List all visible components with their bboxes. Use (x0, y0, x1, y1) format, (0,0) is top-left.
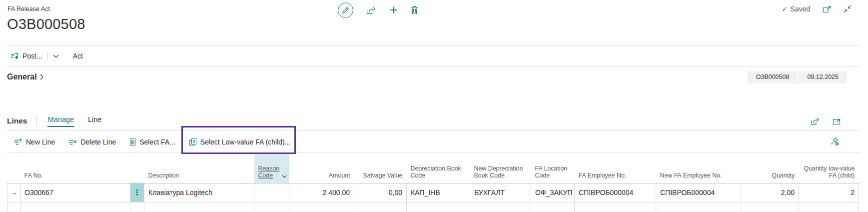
unpin-button[interactable] (831, 137, 839, 146)
header-status: ✓ Saved (782, 5, 852, 13)
general-row: General O3B000508 09.12.2025 (0, 66, 868, 88)
plus-icon: + (390, 5, 398, 15)
edit-button[interactable] (338, 2, 353, 18)
cell-amount[interactable]: 2 400,00 (289, 183, 354, 202)
post-label: Post... (22, 52, 42, 60)
select-fa-icon (129, 138, 136, 146)
copy-pages-icon (189, 138, 197, 146)
delete-button[interactable] (411, 6, 418, 14)
collapse-button[interactable] (844, 5, 852, 13)
act-button[interactable]: Act (73, 52, 83, 60)
general-label: General (7, 72, 37, 82)
general-summary: O3B000508 09.12.2025 (748, 71, 847, 84)
new-line-icon (14, 138, 22, 146)
col-quantity[interactable]: Quantity (741, 153, 799, 183)
cell-reason-code[interactable] (254, 183, 289, 202)
header-toolbar: + (338, 2, 418, 18)
new-line-button[interactable]: New Line (14, 138, 55, 146)
expand-icon (833, 118, 841, 125)
lines-title: Lines (7, 116, 27, 126)
post-split-chevron-button[interactable] (51, 54, 61, 59)
save-status: ✓ Saved (782, 5, 810, 13)
open-in-new-window-icon (823, 6, 831, 13)
cell-quantity[interactable]: 2,00 (741, 183, 799, 202)
chevron-down-icon (53, 54, 59, 58)
command-bar: Post... Act (0, 46, 868, 66)
cell-depreciation-book-code[interactable]: КАП_ІНВ (407, 183, 470, 202)
col-new-fa-employee-no[interactable]: New FA Employee No. (656, 153, 741, 183)
act-label: Act (73, 52, 83, 60)
trash-icon (411, 6, 418, 14)
cell-fa-no[interactable]: O300667 (20, 183, 130, 202)
cell-new-depreciation-book-code[interactable]: БУХГАЛТ (470, 183, 531, 202)
chevron-down-icon[interactable] (282, 175, 287, 178)
ellipsis-vertical-icon: ⋮ (133, 188, 141, 196)
delete-line-icon (68, 138, 77, 146)
cell-fa-location-code[interactable]: ОФ_ЗАКУП (531, 183, 575, 202)
col-selector (7, 153, 20, 183)
col-new-depreciation-book-code[interactable]: New Depreciation Book Code (470, 153, 531, 183)
document-header: FA Release Act O3B000508 (0, 0, 868, 46)
col-quantity-low-value[interactable]: Quantity low-value FA (child) (799, 153, 859, 183)
post-icon (10, 52, 19, 60)
unpin-icon (831, 137, 839, 146)
grid-header-row: FA No. Description Reason Code Amount Sa… (7, 153, 859, 183)
col-fa-no[interactable]: FA No. (20, 153, 130, 183)
lines-grid: FA No. Description Reason Code Amount Sa… (7, 153, 859, 212)
col-fa-employee-no[interactable]: FA Employee No. (575, 153, 656, 183)
general-doc-date-chip[interactable]: 09.12.2025 (799, 71, 847, 84)
col-options (130, 153, 144, 183)
cell-description[interactable]: Клавіатура Logitech (144, 183, 254, 202)
collapse-icon (844, 5, 852, 13)
page-caption: FA Release Act (0, 0, 868, 12)
col-reason-code[interactable]: Reason Code (254, 153, 289, 183)
tab-manage[interactable]: Manage (47, 116, 73, 127)
lines-share-button[interactable] (811, 117, 821, 125)
col-salvage-value[interactable]: Salvage Value (354, 153, 407, 183)
current-row-indicator: → (7, 183, 20, 202)
saved-label: Saved (790, 5, 810, 13)
cell-row-options[interactable]: ⋮ (130, 183, 144, 202)
col-depreciation-book-code[interactable]: Depreciation Book Code (407, 153, 470, 183)
cell-salvage-value[interactable]: 0,00 (354, 183, 407, 202)
select-low-value-fa-button[interactable]: Select Low-value FA (child)... (189, 138, 291, 146)
page-title: O3B000508 (0, 12, 868, 32)
lines-action-bar: New Line Delete Line Select FA... (0, 131, 868, 152)
arrow-right-icon: → (10, 188, 17, 196)
general-section-toggle[interactable]: General (7, 72, 43, 82)
cell-new-fa-employee-no[interactable]: СПІВРОБ000004 (656, 183, 741, 202)
new-button[interactable]: + (390, 5, 398, 15)
delete-line-button[interactable]: Delete Line (68, 138, 116, 146)
table-row-empty (7, 202, 859, 212)
lines-header: Lines Manage Line (0, 108, 868, 130)
pencil-icon (342, 6, 349, 14)
cell-fa-employee-no[interactable]: СПІВРОБ000004 (575, 183, 656, 202)
open-in-new-window-button[interactable] (823, 6, 831, 13)
select-fa-label: Select FA... (139, 138, 175, 146)
fa-release-act-page: FA Release Act O3B000508 (0, 0, 868, 212)
delete-line-label: Delete Line (80, 138, 116, 146)
share-icon (811, 117, 821, 125)
share-icon (366, 6, 377, 14)
share-button[interactable] (366, 6, 377, 14)
divider (47, 52, 47, 60)
col-description[interactable]: Description (144, 153, 254, 183)
tab-line[interactable]: Line (88, 116, 101, 127)
select-low-value-fa-label: Select Low-value FA (child)... (200, 138, 291, 146)
divider (36, 116, 36, 126)
chevron-right-icon (40, 74, 43, 80)
new-line-label: New Line (26, 138, 55, 146)
lines-expand-button[interactable] (833, 117, 841, 125)
cell-quantity-low-value[interactable]: 2 (799, 183, 859, 202)
post-button[interactable]: Post... (10, 52, 42, 60)
select-fa-button[interactable]: Select FA... (129, 138, 175, 146)
checkmark-icon: ✓ (782, 5, 788, 13)
general-doc-no-chip[interactable]: O3B000508 (748, 71, 798, 84)
col-fa-location-code[interactable]: FA Location Code (531, 153, 575, 183)
col-amount[interactable]: Amount (289, 153, 354, 183)
table-row: → O300667 ⋮ Клавіатура Logitech 2 400,00… (7, 183, 859, 202)
